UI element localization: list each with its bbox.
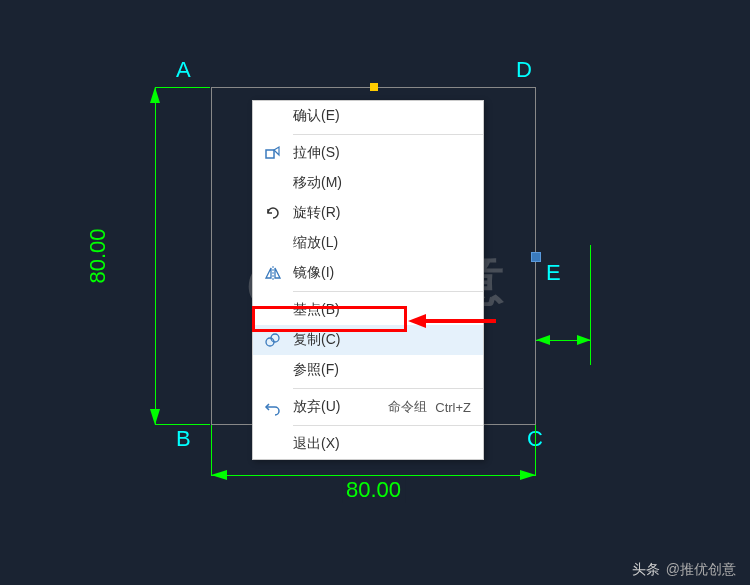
menu-item-mirror[interactable]: 镜像(I) [253,258,483,288]
menu-item-undo[interactable]: 放弃(U) 命令组 Ctrl+Z [253,392,483,422]
vertex-label-d: D [516,57,532,83]
dimension-vertical-value: 80.00 [85,228,111,283]
vertex-label-e: E [546,260,561,286]
undo-icon [253,398,293,416]
copy-icon [253,331,293,349]
vertex-label-b: B [176,426,191,452]
grip-marker-e[interactable] [531,252,541,262]
footer-source: 头条 [632,561,660,579]
menu-item-copy[interactable]: 复制(C) [253,325,483,355]
vertex-label-a: A [176,57,191,83]
menu-item-scale[interactable]: 缩放(L) [253,228,483,258]
dimension-horizontal-value: 80.00 [342,477,405,503]
midpoint-marker-top[interactable] [370,83,378,91]
menu-item-exit[interactable]: 退出(X) [253,429,483,459]
menu-item-confirm[interactable]: 确认(E) [253,101,483,131]
rotate-icon [253,204,293,222]
svg-rect-0 [266,150,274,158]
menu-separator [293,388,483,389]
stretch-icon [253,144,293,162]
mirror-icon [253,264,293,282]
context-menu: 确认(E) 拉伸(S) 移动(M) 旋转(R) 缩放(L) 镜像 [252,100,484,460]
menu-item-rotate[interactable]: 旋转(R) [253,198,483,228]
cad-canvas[interactable]: A D B C E 80.00 80.00 @推优创意 确认(E) [0,0,750,585]
menu-separator [293,425,483,426]
menu-item-stretch[interactable]: 拉伸(S) [253,138,483,168]
menu-item-basepoint[interactable]: 基点(B) [253,295,483,325]
footer-author: @推优创意 [666,561,736,579]
dimension-vertical: 80.00 [125,87,210,425]
menu-separator [293,134,483,135]
dimension-right-partial [536,255,591,256]
menu-item-move[interactable]: 移动(M) [253,168,483,198]
menu-separator [293,291,483,292]
menu-item-reference[interactable]: 参照(F) [253,355,483,385]
footer-attribution: 头条 @推优创意 [632,561,736,579]
